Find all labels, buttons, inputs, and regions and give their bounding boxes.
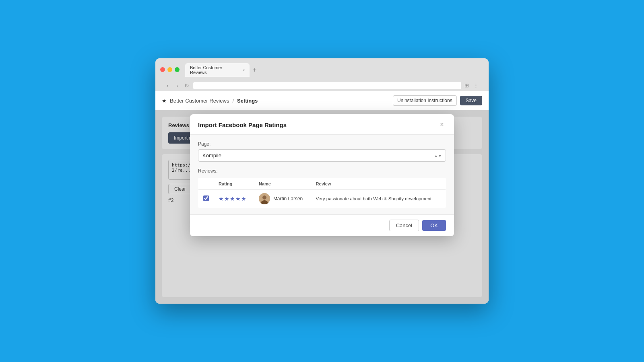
modal-body: Page: Kompile ▲▼ Reviews:	[190, 135, 454, 214]
active-tab[interactable]: Better Customer Reviews ×	[185, 63, 250, 77]
back-button[interactable]: ‹	[164, 82, 171, 89]
browser-traffic-lights: Better Customer Reviews × +	[160, 62, 484, 77]
menu-icon[interactable]: ⋮	[473, 82, 480, 89]
page-label: Page:	[198, 141, 446, 147]
header-actions: Uninstallation Instructions Save	[393, 95, 482, 106]
rating-cell: ★★★★★	[214, 190, 254, 208]
review-column-header: Review	[311, 178, 446, 190]
import-modal: Import Facebook Page Ratings × Page: Kom…	[190, 114, 454, 236]
tab-bar: Better Customer Reviews × +	[185, 63, 258, 77]
browser-chrome: Better Customer Reviews × + ‹ › ↻ ⊞ ⋮	[155, 58, 489, 91]
tab-close-icon[interactable]: ×	[242, 68, 245, 72]
reviewer-name: Martin Larsen	[273, 196, 303, 202]
reviewer-cell: Martin Larsen	[259, 193, 306, 204]
avatar	[259, 193, 270, 204]
table-row: ★★★★★	[198, 190, 446, 208]
app-header: ★ Better Customer Reviews / Settings Uni…	[155, 91, 489, 110]
review-cell: Very passionate about both Web & Shopify…	[311, 190, 446, 208]
row-checkbox[interactable]	[203, 195, 209, 201]
name-column-header: Name	[254, 178, 311, 190]
breadcrumb-separator: /	[232, 98, 234, 104]
browser-action-buttons: ⊞ ⋮	[464, 82, 480, 89]
close-button[interactable]	[160, 67, 165, 72]
checkbox-column-header	[198, 178, 214, 190]
breadcrumb-current: Settings	[237, 98, 258, 104]
modal-title: Import Facebook Page Ratings	[198, 121, 287, 128]
modal-header: Import Facebook Page Ratings ×	[190, 114, 454, 135]
star-rating: ★★★★★	[219, 195, 247, 202]
extensions-icon[interactable]: ⊞	[464, 82, 471, 89]
browser-window: Better Customer Reviews × + ‹ › ↻ ⊞ ⋮ ★ …	[155, 58, 489, 304]
app-main: Reviews Import ratings from your Faceboo…	[155, 110, 489, 304]
breadcrumb-app-name: Better Customer Reviews	[170, 98, 229, 104]
address-bar: ‹ › ↻ ⊞ ⋮	[160, 80, 484, 91]
new-tab-button[interactable]: +	[251, 66, 258, 74]
review-text: Very passionate about both Web & Shopify…	[316, 196, 433, 201]
table-header-row: Rating Name Review	[198, 178, 446, 190]
minimize-button[interactable]	[167, 67, 172, 72]
row-checkbox-cell[interactable]	[198, 190, 214, 208]
svg-point-1	[262, 195, 266, 200]
reviews-table: Rating Name Review	[198, 178, 446, 208]
refresh-button[interactable]: ↻	[184, 82, 190, 89]
rating-column-header: Rating	[214, 178, 254, 190]
app-content: ★ Better Customer Reviews / Settings Uni…	[155, 91, 489, 304]
name-cell: Martin Larsen	[254, 190, 311, 208]
forward-button[interactable]: ›	[174, 82, 180, 89]
page-select[interactable]: Kompile	[198, 149, 446, 162]
cancel-button[interactable]: Cancel	[389, 220, 419, 231]
modal-footer: Cancel OK	[190, 214, 454, 236]
page-form-group: Page: Kompile ▲▼	[198, 141, 446, 162]
reviews-label: Reviews:	[198, 168, 446, 174]
breadcrumb: ★ Better Customer Reviews / Settings	[162, 98, 258, 104]
ok-button[interactable]: OK	[422, 220, 446, 231]
star-icon: ★	[162, 98, 167, 104]
save-button[interactable]: Save	[460, 96, 482, 105]
address-input[interactable]	[193, 82, 461, 89]
modal-close-button[interactable]: ×	[438, 121, 446, 129]
page-select-wrapper: Kompile ▲▼	[198, 149, 446, 162]
tab-label: Better Customer Reviews	[190, 65, 240, 75]
modal-overlay: Import Facebook Page Ratings × Page: Kom…	[155, 110, 489, 304]
uninstall-button[interactable]: Uninstallation Instructions	[393, 95, 457, 106]
reviews-section-modal: Reviews: Rating Name Review	[198, 168, 446, 208]
maximize-button[interactable]	[175, 67, 180, 72]
